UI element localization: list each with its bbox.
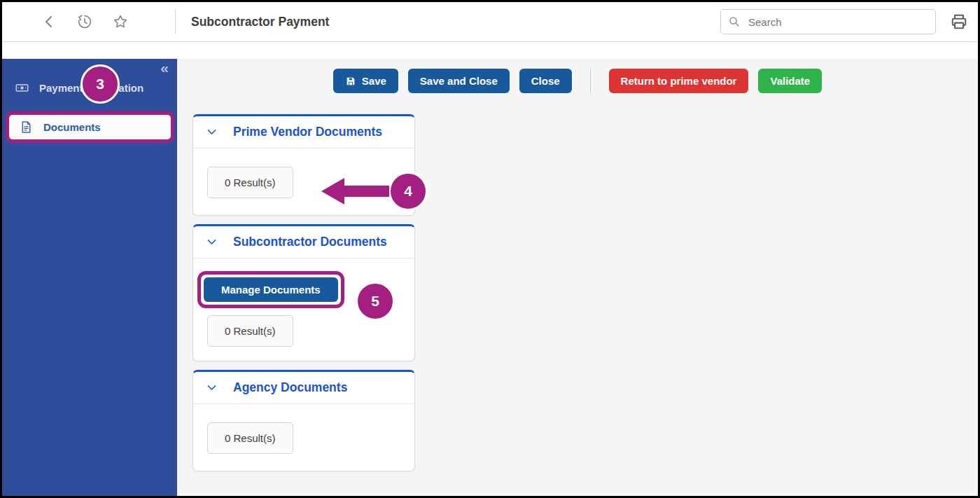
save-button-label: Save <box>362 74 386 88</box>
manage-documents-button[interactable]: Manage Documents <box>204 277 338 302</box>
manage-documents-label: Manage Documents <box>221 283 321 296</box>
app-body: « Payment Information <box>2 59 978 496</box>
main-content: Save Save and Close Close Return to prim… <box>177 59 978 496</box>
prime-vendor-documents-card: Prime Vendor Documents 0 Result(s) <box>192 114 415 216</box>
annotation-highlight-documents: Documents <box>6 111 174 143</box>
back-chevron-icon[interactable] <box>41 13 57 30</box>
save-button[interactable]: Save <box>333 69 398 93</box>
chevron-down-icon[interactable] <box>206 126 218 138</box>
subcontractor-documents-header[interactable]: Subcontractor Documents <box>193 226 414 258</box>
save-and-close-button[interactable]: Save and Close <box>408 69 510 93</box>
printer-icon[interactable] <box>950 13 968 31</box>
results-count-badge: 0 Result(s) <box>207 167 293 198</box>
search-input[interactable] <box>747 15 928 29</box>
return-to-prime-vendor-button[interactable]: Return to prime vendor <box>609 69 749 93</box>
close-label: Close <box>531 74 560 88</box>
chevron-down-icon[interactable] <box>206 382 218 394</box>
section-title: Agency Documents <box>233 380 347 395</box>
sidebar-item-label: Documents <box>43 121 101 133</box>
validate-label: Validate <box>770 74 810 88</box>
chevron-down-icon[interactable] <box>206 236 218 248</box>
agency-documents-card: Agency Documents 0 Result(s) <box>192 370 415 471</box>
search-box[interactable] <box>720 9 936 34</box>
search-icon <box>728 15 741 28</box>
agency-documents-header[interactable]: Agency Documents <box>193 372 414 404</box>
favorite-star-icon[interactable] <box>112 13 129 30</box>
sidebar: « Payment Information <box>2 59 177 496</box>
top-bar: Subcontractor Payment <box>2 2 978 42</box>
topbar-divider <box>175 9 176 34</box>
section-title: Prime Vendor Documents <box>233 125 382 139</box>
topbar-right <box>720 9 978 34</box>
document-icon <box>19 120 34 134</box>
sidebar-item-payment-information[interactable]: Payment Information <box>2 75 177 101</box>
app-window: Subcontractor Payment « <box>0 0 980 498</box>
sidebar-item-documents[interactable]: Documents <box>9 115 171 139</box>
sidebar-item-label: Payment Information <box>39 82 144 94</box>
actions-divider <box>590 69 591 93</box>
agency-documents-body: 0 Result(s) <box>193 404 414 471</box>
subcontractor-documents-body: Manage Documents 0 Result(s) <box>193 258 414 361</box>
prime-vendor-documents-header[interactable]: Prime Vendor Documents <box>193 116 414 148</box>
history-icon[interactable] <box>76 13 93 30</box>
top-nav-icons <box>2 13 175 30</box>
topbar-gap <box>2 42 978 59</box>
save-floppy-icon <box>345 76 356 87</box>
subcontractor-documents-card: Subcontractor Documents Manage Documents… <box>192 224 415 361</box>
actions-toolbar: Save Save and Close Close Return to prim… <box>192 69 962 93</box>
results-count-badge: 0 Result(s) <box>207 315 293 347</box>
save-and-close-label: Save and Close <box>420 74 498 88</box>
sidebar-collapse-icon[interactable]: « <box>160 59 177 75</box>
return-to-prime-vendor-label: Return to prime vendor <box>621 74 737 88</box>
close-button[interactable]: Close <box>519 69 572 93</box>
annotation-highlight-manage-documents: Manage Documents <box>197 271 344 308</box>
section-title: Subcontractor Documents <box>233 235 387 249</box>
validate-button[interactable]: Validate <box>758 69 822 93</box>
banknote-icon <box>15 81 29 95</box>
page-title: Subcontractor Payment <box>191 15 329 29</box>
document-sections: Prime Vendor Documents 0 Result(s) Subco… <box>192 114 415 471</box>
prime-vendor-documents-body: 0 Result(s) <box>193 148 414 215</box>
results-count-badge: 0 Result(s) <box>207 422 293 454</box>
